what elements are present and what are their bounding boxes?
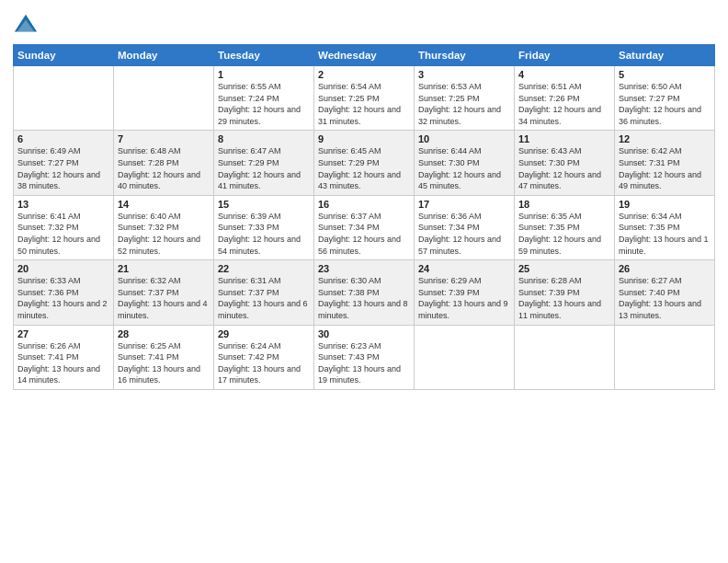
day-number: 6 xyxy=(17,133,109,144)
day-info: Sunrise: 6:36 AM Sunset: 7:34 PM Dayligh… xyxy=(418,211,510,257)
day-number: 3 xyxy=(418,69,510,80)
day-info: Sunrise: 6:30 AM Sunset: 7:38 PM Dayligh… xyxy=(318,275,410,321)
calendar-cell: 13Sunrise: 6:41 AM Sunset: 7:32 PM Dayli… xyxy=(14,195,114,259)
day-number: 8 xyxy=(218,133,310,144)
day-number: 11 xyxy=(518,133,610,144)
calendar-cell: 30Sunrise: 6:23 AM Sunset: 7:43 PM Dayli… xyxy=(314,325,415,389)
calendar-cell: 15Sunrise: 6:39 AM Sunset: 7:33 PM Dayli… xyxy=(214,195,314,259)
day-info: Sunrise: 6:33 AM Sunset: 7:36 PM Dayligh… xyxy=(17,275,109,321)
day-number: 27 xyxy=(17,328,109,339)
calendar-cell: 26Sunrise: 6:27 AM Sunset: 7:40 PM Dayli… xyxy=(615,260,715,325)
calendar-cell: 5Sunrise: 6:50 AM Sunset: 7:27 PM Daylig… xyxy=(615,66,715,131)
day-number: 10 xyxy=(418,133,510,144)
day-number: 30 xyxy=(318,328,410,339)
weekday-header-tuesday: Tuesday xyxy=(214,45,314,66)
calendar-cell: 10Sunrise: 6:44 AM Sunset: 7:30 PM Dayli… xyxy=(415,131,515,195)
calendar-cell xyxy=(415,325,515,389)
day-number: 4 xyxy=(518,69,610,80)
calendar-cell: 6Sunrise: 6:49 AM Sunset: 7:27 PM Daylig… xyxy=(14,131,114,195)
day-number: 12 xyxy=(619,133,711,144)
day-number: 22 xyxy=(218,263,310,274)
calendar-cell: 7Sunrise: 6:48 AM Sunset: 7:28 PM Daylig… xyxy=(114,131,214,195)
day-info: Sunrise: 6:27 AM Sunset: 7:40 PM Dayligh… xyxy=(619,275,711,321)
calendar-cell: 3Sunrise: 6:53 AM Sunset: 7:25 PM Daylig… xyxy=(415,66,515,131)
calendar-cell: 23Sunrise: 6:30 AM Sunset: 7:38 PM Dayli… xyxy=(314,260,415,325)
calendar-cell xyxy=(14,66,114,131)
day-info: Sunrise: 6:50 AM Sunset: 7:27 PM Dayligh… xyxy=(619,81,711,127)
day-info: Sunrise: 6:54 AM Sunset: 7:25 PM Dayligh… xyxy=(318,81,410,127)
day-info: Sunrise: 6:44 AM Sunset: 7:30 PM Dayligh… xyxy=(418,145,510,191)
calendar-row-4: 20Sunrise: 6:33 AM Sunset: 7:36 PM Dayli… xyxy=(14,260,715,325)
header xyxy=(13,9,715,39)
calendar-cell: 28Sunrise: 6:25 AM Sunset: 7:41 PM Dayli… xyxy=(114,325,214,389)
calendar-cell xyxy=(515,325,615,389)
day-number: 28 xyxy=(118,328,210,339)
calendar-cell: 25Sunrise: 6:28 AM Sunset: 7:39 PM Dayli… xyxy=(515,260,615,325)
weekday-header-thursday: Thursday xyxy=(415,45,515,66)
calendar-row-1: 1Sunrise: 6:55 AM Sunset: 7:24 PM Daylig… xyxy=(14,66,715,131)
calendar-cell: 4Sunrise: 6:51 AM Sunset: 7:26 PM Daylig… xyxy=(515,66,615,131)
day-info: Sunrise: 6:55 AM Sunset: 7:24 PM Dayligh… xyxy=(218,81,310,127)
weekday-header-wednesday: Wednesday xyxy=(314,45,415,66)
day-info: Sunrise: 6:40 AM Sunset: 7:32 PM Dayligh… xyxy=(118,211,210,257)
calendar-cell: 8Sunrise: 6:47 AM Sunset: 7:29 PM Daylig… xyxy=(214,131,314,195)
calendar-cell: 19Sunrise: 6:34 AM Sunset: 7:35 PM Dayli… xyxy=(615,195,715,259)
day-info: Sunrise: 6:47 AM Sunset: 7:29 PM Dayligh… xyxy=(218,145,310,191)
calendar-cell: 16Sunrise: 6:37 AM Sunset: 7:34 PM Dayli… xyxy=(314,195,415,259)
day-info: Sunrise: 6:45 AM Sunset: 7:29 PM Dayligh… xyxy=(318,145,410,191)
day-info: Sunrise: 6:51 AM Sunset: 7:26 PM Dayligh… xyxy=(518,81,610,127)
day-number: 29 xyxy=(218,328,310,339)
day-number: 14 xyxy=(118,199,210,210)
day-info: Sunrise: 6:49 AM Sunset: 7:27 PM Dayligh… xyxy=(17,145,109,191)
calendar-cell: 20Sunrise: 6:33 AM Sunset: 7:36 PM Dayli… xyxy=(14,260,114,325)
calendar-cell: 29Sunrise: 6:24 AM Sunset: 7:42 PM Dayli… xyxy=(214,325,314,389)
weekday-header-monday: Monday xyxy=(114,45,214,66)
day-number: 26 xyxy=(619,263,711,274)
calendar-row-3: 13Sunrise: 6:41 AM Sunset: 7:32 PM Dayli… xyxy=(14,195,715,259)
calendar-row-2: 6Sunrise: 6:49 AM Sunset: 7:27 PM Daylig… xyxy=(14,131,715,195)
day-info: Sunrise: 6:29 AM Sunset: 7:39 PM Dayligh… xyxy=(418,275,510,321)
calendar-row-5: 27Sunrise: 6:26 AM Sunset: 7:41 PM Dayli… xyxy=(14,325,715,389)
day-info: Sunrise: 6:35 AM Sunset: 7:35 PM Dayligh… xyxy=(518,211,610,257)
day-number: 23 xyxy=(318,263,410,274)
day-info: Sunrise: 6:48 AM Sunset: 7:28 PM Dayligh… xyxy=(118,145,210,191)
day-number: 17 xyxy=(418,199,510,210)
weekday-header-row: SundayMondayTuesdayWednesdayThursdayFrid… xyxy=(14,45,715,66)
day-info: Sunrise: 6:32 AM Sunset: 7:37 PM Dayligh… xyxy=(118,275,210,321)
calendar-cell: 27Sunrise: 6:26 AM Sunset: 7:41 PM Dayli… xyxy=(14,325,114,389)
day-info: Sunrise: 6:53 AM Sunset: 7:25 PM Dayligh… xyxy=(418,81,510,127)
calendar-cell xyxy=(114,66,214,131)
day-info: Sunrise: 6:26 AM Sunset: 7:41 PM Dayligh… xyxy=(17,340,109,386)
day-info: Sunrise: 6:39 AM Sunset: 7:33 PM Dayligh… xyxy=(218,211,310,257)
day-number: 20 xyxy=(17,263,109,274)
calendar-cell: 14Sunrise: 6:40 AM Sunset: 7:32 PM Dayli… xyxy=(114,195,214,259)
day-number: 24 xyxy=(418,263,510,274)
day-info: Sunrise: 6:42 AM Sunset: 7:31 PM Dayligh… xyxy=(619,145,711,191)
day-info: Sunrise: 6:28 AM Sunset: 7:39 PM Dayligh… xyxy=(518,275,610,321)
day-number: 16 xyxy=(318,199,410,210)
calendar-cell: 21Sunrise: 6:32 AM Sunset: 7:37 PM Dayli… xyxy=(114,260,214,325)
calendar-cell: 9Sunrise: 6:45 AM Sunset: 7:29 PM Daylig… xyxy=(314,131,415,195)
day-number: 19 xyxy=(619,199,711,210)
day-number: 18 xyxy=(518,199,610,210)
day-number: 21 xyxy=(118,263,210,274)
calendar-cell: 22Sunrise: 6:31 AM Sunset: 7:37 PM Dayli… xyxy=(214,260,314,325)
day-number: 25 xyxy=(518,263,610,274)
day-number: 1 xyxy=(218,69,310,80)
logo xyxy=(13,13,42,39)
calendar-cell: 1Sunrise: 6:55 AM Sunset: 7:24 PM Daylig… xyxy=(214,66,314,131)
day-info: Sunrise: 6:37 AM Sunset: 7:34 PM Dayligh… xyxy=(318,211,410,257)
calendar-cell xyxy=(615,325,715,389)
calendar-cell: 11Sunrise: 6:43 AM Sunset: 7:30 PM Dayli… xyxy=(515,131,615,195)
day-info: Sunrise: 6:25 AM Sunset: 7:41 PM Dayligh… xyxy=(118,340,210,386)
day-number: 13 xyxy=(17,199,109,210)
day-number: 15 xyxy=(218,199,310,210)
weekday-header-friday: Friday xyxy=(515,45,615,66)
calendar-cell: 17Sunrise: 6:36 AM Sunset: 7:34 PM Dayli… xyxy=(415,195,515,259)
calendar-cell: 12Sunrise: 6:42 AM Sunset: 7:31 PM Dayli… xyxy=(615,131,715,195)
day-info: Sunrise: 6:31 AM Sunset: 7:37 PM Dayligh… xyxy=(218,275,310,321)
day-info: Sunrise: 6:43 AM Sunset: 7:30 PM Dayligh… xyxy=(518,145,610,191)
day-number: 7 xyxy=(118,133,210,144)
day-number: 9 xyxy=(318,133,410,144)
day-info: Sunrise: 6:23 AM Sunset: 7:43 PM Dayligh… xyxy=(318,340,410,386)
